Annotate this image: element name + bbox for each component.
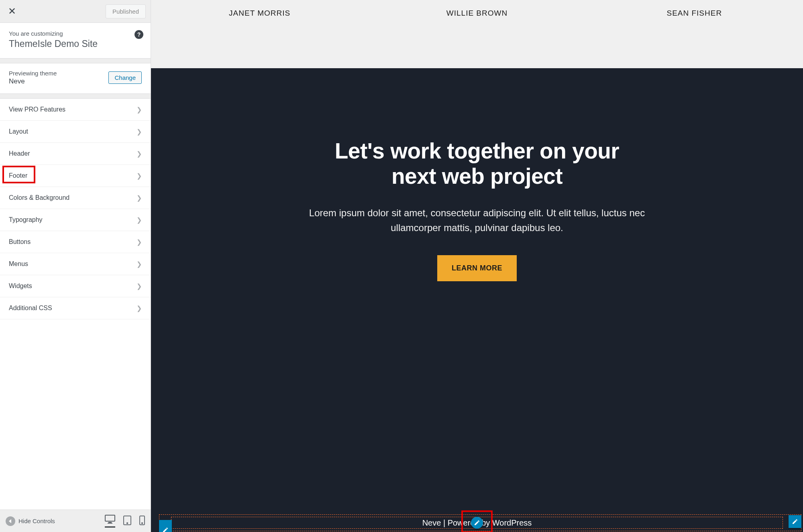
menu-item-label: Additional CSS xyxy=(9,305,52,312)
hide-controls-label: Hide Controls xyxy=(18,518,55,524)
change-theme-button[interactable]: Change xyxy=(108,71,142,84)
svg-point-7 xyxy=(142,523,143,524)
sidebar-heading: You are customizing ThemeIsle Demo Site … xyxy=(0,23,151,59)
chevron-right-icon: ❯ xyxy=(137,238,142,246)
tablet-icon[interactable] xyxy=(123,516,131,526)
author-name: SEAN FISHER xyxy=(586,9,803,18)
chevron-right-icon: ❯ xyxy=(137,128,142,136)
menu-item-label: Colors & Background xyxy=(9,194,69,201)
chevron-right-icon: ❯ xyxy=(137,150,142,158)
menu-item-label: Footer xyxy=(9,172,27,179)
previewing-label: Previewing theme xyxy=(9,70,57,77)
site-title: ThemeIsle Demo Site xyxy=(9,39,142,49)
svg-rect-1 xyxy=(105,515,115,521)
authors-row: JANET MORRIS WILLIE BROWN SEAN FISHER xyxy=(151,0,803,68)
menu-item-typography[interactable]: Typography ❯ xyxy=(0,209,151,231)
menu-item-widgets[interactable]: Widgets ❯ xyxy=(0,275,151,297)
chevron-right-icon: ❯ xyxy=(137,305,142,312)
desktop-icon[interactable] xyxy=(105,515,115,528)
hero-title: Let's work together on your next web pro… xyxy=(335,138,620,189)
author-name: WILLIE BROWN xyxy=(368,9,585,18)
menu-item-label: Widgets xyxy=(9,282,32,290)
sidebar-topbar: ✕ Published xyxy=(0,0,151,23)
chevron-right-icon: ❯ xyxy=(137,216,142,224)
menu-item-colors[interactable]: Colors & Background ❯ xyxy=(0,187,151,209)
menu-item-footer[interactable]: Footer ❯ xyxy=(0,165,151,187)
menu-item-menus[interactable]: Menus ❯ xyxy=(0,253,151,275)
sidebar-footer: Hide Controls xyxy=(0,510,151,532)
footer-area: Neve | Powered by WordPress xyxy=(151,514,803,532)
chevron-right-icon: ❯ xyxy=(137,172,142,180)
chevron-right-icon: ❯ xyxy=(137,282,142,290)
published-button[interactable]: Published xyxy=(106,4,146,18)
menu-item-header[interactable]: Header ❯ xyxy=(0,143,151,165)
hero-subtitle: Lorem ipsum dolor sit amet, consectetur … xyxy=(284,205,670,235)
menu-item-label: Layout xyxy=(9,128,28,135)
chevron-right-icon: ❯ xyxy=(137,260,142,268)
menu-item-buttons[interactable]: Buttons ❯ xyxy=(0,231,151,253)
preview-pane: JANET MORRIS WILLIE BROWN SEAN FISHER Le… xyxy=(151,0,803,532)
theme-name: Neve xyxy=(9,77,57,85)
chevron-right-icon: ❯ xyxy=(137,106,142,114)
mobile-icon[interactable] xyxy=(139,516,145,526)
edit-pencil-icon[interactable] xyxy=(159,520,172,532)
triangle-left-icon xyxy=(6,516,15,526)
learn-more-button[interactable]: LEARN MORE xyxy=(437,255,517,281)
separator xyxy=(0,59,151,63)
svg-rect-2 xyxy=(108,522,112,523)
menu-item-label: View PRO Features xyxy=(9,106,65,113)
author-name: JANET MORRIS xyxy=(151,9,368,18)
menu-item-label: Header xyxy=(9,150,30,157)
svg-rect-3 xyxy=(108,523,112,524)
menu-item-css[interactable]: Additional CSS ❯ xyxy=(0,297,151,319)
theme-row: Previewing theme Neve Change xyxy=(0,63,151,94)
menu-item-label: Menus xyxy=(9,260,28,268)
hide-controls-button[interactable]: Hide Controls xyxy=(6,516,55,526)
close-icon[interactable]: ✕ xyxy=(5,4,19,18)
edit-pencil-icon[interactable] xyxy=(789,515,801,528)
device-switcher xyxy=(105,515,145,528)
customizing-label: You are customizing xyxy=(9,30,142,37)
menu-item-layout[interactable]: Layout ❯ xyxy=(0,121,151,143)
hero-section: Let's work together on your next web pro… xyxy=(151,68,803,532)
svg-point-5 xyxy=(127,523,128,524)
help-icon[interactable]: ? xyxy=(135,30,143,39)
separator xyxy=(0,94,151,99)
chevron-right-icon: ❯ xyxy=(137,194,142,202)
edit-pencil-icon[interactable] xyxy=(471,517,483,529)
customizer-sidebar: ✕ Published You are customizing ThemeIsl… xyxy=(0,0,151,532)
customizer-menu: View PRO Features ❯ Layout ❯ Header ❯ Fo… xyxy=(0,99,151,510)
menu-item-label: Buttons xyxy=(9,238,31,246)
svg-marker-0 xyxy=(9,519,11,523)
footer-row[interactable]: Neve | Powered by WordPress xyxy=(151,514,803,532)
menu-item-label: Typography xyxy=(9,216,43,223)
menu-item-pro[interactable]: View PRO Features ❯ xyxy=(0,99,151,121)
